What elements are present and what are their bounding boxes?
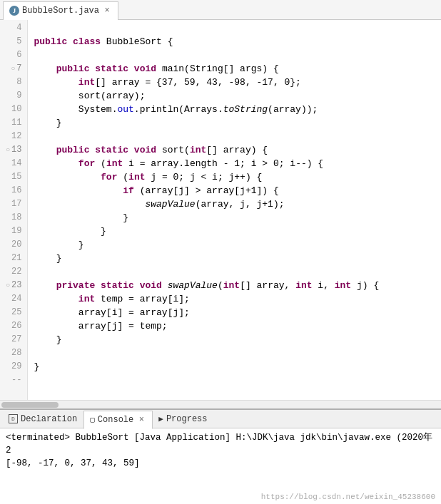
- code-line: }: [34, 360, 441, 374]
- code-line: [34, 21, 441, 35]
- code-line: [34, 374, 441, 387]
- code-token: int: [78, 292, 101, 306]
- console-icon: ▢: [90, 415, 95, 424]
- fold-arrow: ○: [6, 279, 10, 292]
- code-token: class: [73, 35, 106, 48]
- code-token: }: [34, 333, 61, 346]
- code-token: System.: [34, 103, 117, 116]
- code-line: for (int j = 0; j < i; j++) {: [34, 170, 441, 184]
- code-token: (array));: [268, 103, 318, 116]
- code-token: (: [101, 157, 106, 170]
- fold-arrow: ○: [11, 62, 15, 76]
- code-token: (array, j, j+1);: [196, 197, 285, 211]
- code-token: void: [134, 143, 162, 157]
- declaration-icon: D: [9, 414, 18, 423]
- code-token: for: [101, 170, 123, 184]
- code-token: private: [56, 279, 101, 292]
- code-token: int: [223, 279, 240, 292]
- code-token: void: [140, 279, 168, 292]
- code-token: public: [34, 35, 73, 48]
- line-num: 28: [6, 346, 21, 360]
- line-num: 20: [6, 238, 21, 252]
- code-token: [34, 157, 78, 170]
- fold-arrow: ○: [6, 143, 10, 157]
- line-num: 5: [6, 35, 21, 48]
- code-token: int: [335, 279, 357, 292]
- code-token: i,: [318, 279, 334, 292]
- code-token: int: [190, 143, 206, 157]
- code-token: [34, 76, 78, 89]
- line-num: 12: [6, 130, 21, 143]
- editor-area: 456○789101112○13141516171819202122○23242…: [0, 20, 441, 408]
- line-num: 18: [6, 211, 21, 225]
- code-token: int: [106, 157, 128, 170]
- code-token: (: [123, 170, 128, 184]
- code-line: if (array[j] > array[j+1]) {: [34, 184, 441, 197]
- code-token: int: [128, 170, 151, 184]
- code-token: public: [56, 62, 96, 76]
- code-token: if: [123, 184, 139, 197]
- watermark: https://blog.csdn.net/weixin_45238600: [0, 491, 441, 503]
- file-tab[interactable]: J BubbleSort.java ×: [3, 1, 118, 20]
- code-token: String: [190, 62, 223, 76]
- code-token: BubbleSort {: [106, 35, 173, 48]
- code-line: [34, 130, 441, 143]
- code-token: [34, 292, 78, 306]
- code-line: [34, 346, 441, 360]
- line-num: ○23: [6, 279, 21, 292]
- tab-close-button[interactable]: ×: [102, 6, 112, 16]
- code-line: System.out.println(Arrays.toString(array…: [34, 103, 441, 116]
- code-line: int temp = array[i];: [34, 292, 441, 306]
- code-token: (: [218, 279, 223, 292]
- code-token: }: [34, 360, 39, 374]
- code-token: swapValue: [145, 197, 195, 211]
- code-token: (array[j] > array[j+1]) {: [140, 184, 279, 197]
- line-num: 17: [6, 197, 21, 211]
- tab-console[interactable]: ▢ Console ×: [83, 411, 153, 429]
- code-container: 456○789101112○13141516171819202122○23242…: [0, 20, 441, 400]
- progress-icon: ▶: [158, 414, 163, 423]
- scrollbar-thumb[interactable]: [1, 402, 59, 408]
- line-num: --: [6, 374, 21, 387]
- code-token: [] args) {: [223, 62, 279, 76]
- code-content[interactable]: public class BubbleSort { public static …: [28, 20, 441, 400]
- console-close-button[interactable]: ×: [136, 415, 146, 425]
- code-token: static: [95, 62, 134, 76]
- tab-progress[interactable]: ▶ Progress: [153, 410, 213, 428]
- line-num: 9: [6, 89, 21, 103]
- java-file-icon: J: [9, 6, 19, 16]
- code-token: [] array = {37, 59, 43, -98, -17, 0};: [95, 76, 301, 89]
- line-num: 24: [6, 292, 21, 306]
- code-token: for: [78, 157, 101, 170]
- code-line: }: [34, 211, 441, 225]
- code-token: void: [134, 62, 162, 76]
- code-token: int: [295, 279, 318, 292]
- code-token: [34, 279, 56, 292]
- code-token: }: [34, 252, 61, 265]
- line-num: 19: [6, 225, 21, 238]
- code-token: [34, 184, 123, 197]
- code-line: array[i] = array[j];: [34, 306, 441, 319]
- code-token: static: [95, 143, 134, 157]
- code-line: public static void sort(int[] array) {: [34, 143, 441, 157]
- code-token: out: [117, 103, 133, 116]
- console-line: [-98, -17, 0, 37, 43, 59]: [6, 457, 435, 470]
- code-line: swapValue(array, j, j+1);: [34, 197, 441, 211]
- code-line: [34, 265, 441, 279]
- tab-declaration[interactable]: D Declaration: [3, 410, 83, 428]
- code-token: }: [34, 225, 106, 238]
- line-num: 25: [6, 306, 21, 319]
- horizontal-scrollbar[interactable]: [0, 400, 441, 408]
- code-token: i = array.length - 1; i > 0; i--) {: [128, 157, 323, 170]
- line-num: 29: [6, 360, 21, 374]
- code-token: [] array,: [240, 279, 295, 292]
- code-line: }: [34, 225, 441, 238]
- code-token: j = 0; j < i; j++) {: [151, 170, 262, 184]
- line-num: ○13: [6, 143, 21, 157]
- tab-filename: BubbleSort.java: [22, 6, 99, 16]
- declaration-tab-label: Declaration: [21, 414, 77, 424]
- progress-tab-label: Progress: [166, 414, 208, 424]
- code-token: }: [34, 116, 61, 130]
- code-line: }: [34, 116, 441, 130]
- line-num: 8: [6, 76, 21, 89]
